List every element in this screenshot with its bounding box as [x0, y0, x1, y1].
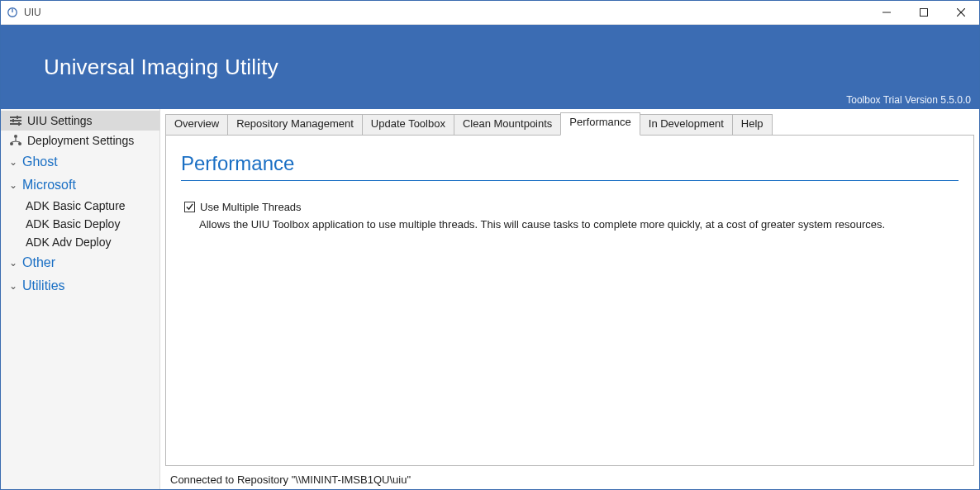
sidebar-sub-adk-adv-deploy[interactable]: ADK Adv Deploy: [1, 233, 159, 251]
minimize-button[interactable]: [868, 1, 905, 24]
main-area: Overview Repository Management Update To…: [160, 109, 979, 489]
window-controls: [868, 1, 979, 24]
sidebar-sub-label: ADK Basic Capture: [26, 199, 126, 212]
sidebar-group-label: Ghost: [22, 155, 58, 169]
svg-point-14: [18, 142, 21, 145]
sidebar-group-utilities[interactable]: ⌄ Utilities: [1, 274, 159, 297]
svg-point-13: [10, 142, 13, 145]
maximize-button[interactable]: [905, 1, 942, 24]
tab-label: Repository Management: [236, 117, 354, 130]
sidebar-group-ghost[interactable]: ⌄ Ghost: [1, 150, 159, 174]
tab-in-development[interactable]: In Development: [640, 114, 733, 136]
svg-line-17: [16, 141, 20, 142]
chevron-down-icon: ⌄: [7, 156, 19, 168]
use-multiple-threads-row: Use Multiple Threads: [184, 201, 959, 213]
close-button[interactable]: [942, 1, 979, 24]
sidebar-item-label: Deployment Settings: [27, 134, 134, 147]
status-text: Connected to Repository "\\MININT-IMSB1Q…: [170, 473, 411, 486]
svg-rect-10: [12, 119, 14, 122]
chevron-down-icon: ⌄: [7, 280, 19, 292]
app-window: UIU Universal Imaging Utility Toolbox Tr…: [0, 0, 980, 490]
svg-rect-7: [10, 120, 21, 121]
tab-content: Performance Use Multiple Threads Allows …: [165, 135, 974, 466]
sidebar-group-label: Other: [22, 255, 55, 270]
deployment-icon: [9, 134, 22, 147]
tab-overview[interactable]: Overview: [165, 114, 228, 136]
use-multiple-threads-checkbox[interactable]: [184, 202, 195, 212]
sidebar-sub-label: ADK Adv Deploy: [26, 235, 112, 249]
tab-label: Performance: [569, 116, 630, 128]
tab-label: Clean Mountpoints: [463, 117, 552, 130]
svg-rect-11: [18, 122, 20, 126]
tab-help[interactable]: Help: [732, 114, 773, 136]
sidebar-group-label: Microsoft: [22, 178, 76, 193]
svg-rect-9: [17, 116, 18, 119]
page-title: Performance: [181, 152, 959, 175]
tab-label: Help: [741, 117, 764, 130]
sidebar-sub-adk-basic-capture[interactable]: ADK Basic Capture: [1, 197, 159, 215]
tab-repository-management[interactable]: Repository Management: [227, 114, 363, 136]
tab-update-toolbox[interactable]: Update Toolbox: [362, 114, 454, 136]
app-icon: [6, 6, 19, 19]
window-title: UIU: [24, 7, 41, 18]
tab-label: Overview: [174, 117, 219, 130]
sidebar-item-deployment-settings[interactable]: Deployment Settings: [1, 131, 159, 150]
banner: Universal Imaging Utility Toolbox Trial …: [1, 25, 979, 109]
svg-rect-3: [920, 9, 927, 17]
title-underline: [181, 180, 959, 181]
svg-point-12: [14, 135, 17, 138]
settings-icon: [9, 114, 22, 127]
tab-clean-mountpoints[interactable]: Clean Mountpoints: [454, 114, 561, 136]
checkbox-description: Allows the UIU Toolbox application to us…: [199, 218, 959, 231]
tab-label: Update Toolbox: [371, 117, 445, 130]
titlebar: UIU: [1, 1, 979, 25]
checkbox-label: Use Multiple Threads: [200, 201, 302, 213]
product-name: Universal Imaging Utility: [44, 55, 979, 80]
sidebar-group-microsoft[interactable]: ⌄ Microsoft: [1, 174, 159, 197]
sidebar-item-uiu-settings[interactable]: UIU Settings: [1, 111, 159, 131]
tab-label: In Development: [649, 117, 724, 130]
sidebar-group-other[interactable]: ⌄ Other: [1, 251, 159, 274]
chevron-down-icon: ⌄: [7, 179, 19, 191]
sidebar-sub-adk-basic-deploy[interactable]: ADK Basic Deploy: [1, 215, 159, 233]
svg-rect-6: [10, 117, 21, 118]
version-text: Toolbox Trial Version 5.5.0.0: [846, 94, 971, 106]
status-bar: Connected to Repository "\\MININT-IMSB1Q…: [165, 471, 974, 488]
check-icon: [186, 203, 193, 211]
svg-line-16: [12, 141, 16, 142]
tab-performance[interactable]: Performance: [560, 112, 640, 136]
sidebar-item-label: UIU Settings: [27, 114, 93, 127]
body: UIU Settings Deployment Settings ⌄ Ghost…: [1, 109, 979, 489]
tabstrip: Overview Repository Management Update To…: [160, 109, 979, 136]
sidebar: UIU Settings Deployment Settings ⌄ Ghost…: [1, 109, 160, 489]
sidebar-group-label: Utilities: [22, 278, 65, 293]
sidebar-sub-label: ADK Basic Deploy: [26, 217, 120, 231]
chevron-down-icon: ⌄: [7, 257, 19, 269]
